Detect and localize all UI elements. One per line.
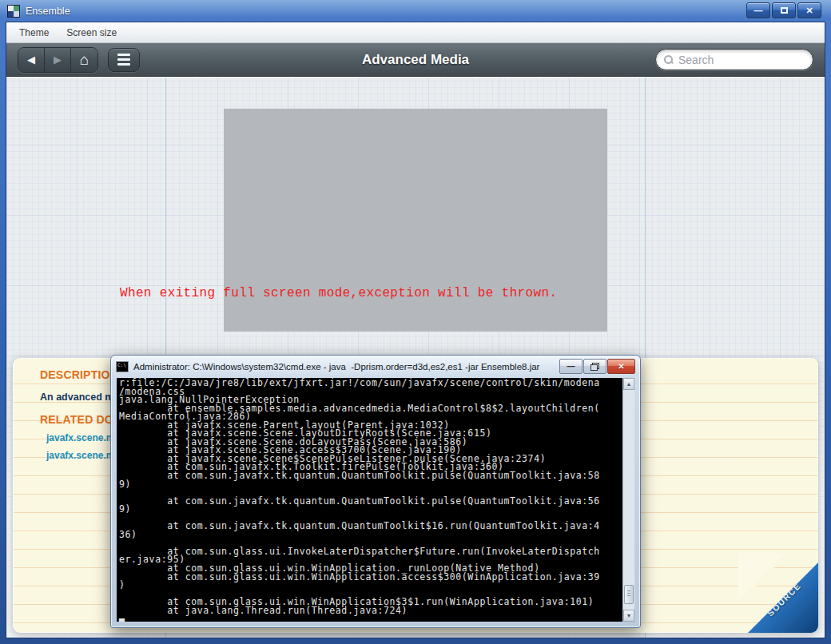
- console-line: 36): [119, 531, 625, 539]
- console-line: at com.sun.javafx.tk.quantum.QuantumTool…: [119, 522, 625, 531]
- scroll-down-arrow[interactable]: ▼: [623, 610, 634, 622]
- maximize-button[interactable]: [772, 2, 796, 18]
- home-icon: ⌂: [80, 52, 89, 67]
- close-button[interactable]: ✕: [797, 2, 821, 18]
- cmd-window[interactable]: C:\ Administrator: C:\Windows\system32\c…: [110, 355, 641, 628]
- scroll-thumb[interactable]: [624, 585, 634, 604]
- console-line: r:file:/C:/Java/jre8/lib/ext/jfxrt.jar!/…: [119, 379, 625, 388]
- console-line: at com.sun.javafx.tk.quantum.QuantumTool…: [119, 471, 625, 480]
- menu-theme[interactable]: Theme: [19, 27, 49, 38]
- minimize-button[interactable]: —: [746, 2, 770, 18]
- console-line: 9): [119, 480, 625, 489]
- cmd-close-button[interactable]: ✕: [607, 359, 635, 374]
- hamburger-icon: [117, 54, 130, 66]
- console-line: ): [119, 581, 625, 590]
- cmd-restore-button[interactable]: [583, 359, 606, 374]
- restore-icon: [590, 363, 599, 371]
- search-input[interactable]: Search: [655, 49, 813, 70]
- cmd-titlebar[interactable]: C:\ Administrator: C:\Windows\system32\c…: [111, 356, 640, 377]
- app-surface: Theme Screen size Advanced Media ◀ ▶ ⌂ S…: [6, 22, 825, 638]
- toolbar: Advanced Media ◀ ▶ ⌂ Search: [6, 43, 825, 77]
- menu-screen-size[interactable]: Screen size: [66, 27, 117, 38]
- ensemble-window: Ensemble — ✕ Theme Screen size Advanced …: [0, 0, 831, 644]
- console-output: r:file:/C:/Java/jre8/lib/ext/jfxrt.jar!/…: [117, 378, 625, 622]
- list-menu-button[interactable]: [108, 48, 140, 72]
- ensemble-app-icon: [7, 5, 20, 18]
- forward-button[interactable]: ▶: [45, 48, 71, 72]
- description-heading: DESCRIPTION: [40, 368, 118, 381]
- maximize-icon: [781, 7, 788, 14]
- cmd-icon: C:\: [116, 361, 129, 372]
- window-titlebar[interactable]: Ensemble — ✕: [0, 0, 831, 22]
- nav-button-group: ◀ ▶ ⌂: [18, 47, 98, 73]
- media-error-text: When exiting full screen mode,exception …: [120, 286, 557, 300]
- console-line: at java.lang.Thread.run(Thread.java:724): [119, 606, 625, 615]
- window-title: Ensemble: [26, 6, 70, 17]
- search-placeholder: Search: [678, 54, 714, 66]
- console-scrollbar[interactable]: ▲ ▼: [622, 378, 634, 622]
- source-page-curl[interactable]: SOURCE: [738, 553, 818, 633]
- console-line: 9): [119, 505, 625, 514]
- search-icon: [664, 55, 673, 64]
- home-button[interactable]: ⌂: [71, 48, 97, 72]
- back-button[interactable]: ◀: [18, 48, 45, 72]
- console-line: at com.sun.glass.ui.InvokeLaterDispatche…: [119, 547, 625, 556]
- console-line: at com.sun.glass.ui.win.WinApplication.a…: [119, 573, 625, 582]
- sample-page: When exiting full screen mode,exception …: [6, 78, 825, 638]
- scroll-up-arrow[interactable]: ▲: [623, 378, 634, 390]
- console-line: at com.sun.javafx.tk.quantum.QuantumTool…: [119, 497, 625, 506]
- cmd-minimize-button[interactable]: —: [559, 359, 582, 374]
- cmd-title: Administrator: C:\Windows\system32\cmd.e…: [133, 362, 555, 372]
- menu-bar: Theme Screen size: [6, 22, 825, 43]
